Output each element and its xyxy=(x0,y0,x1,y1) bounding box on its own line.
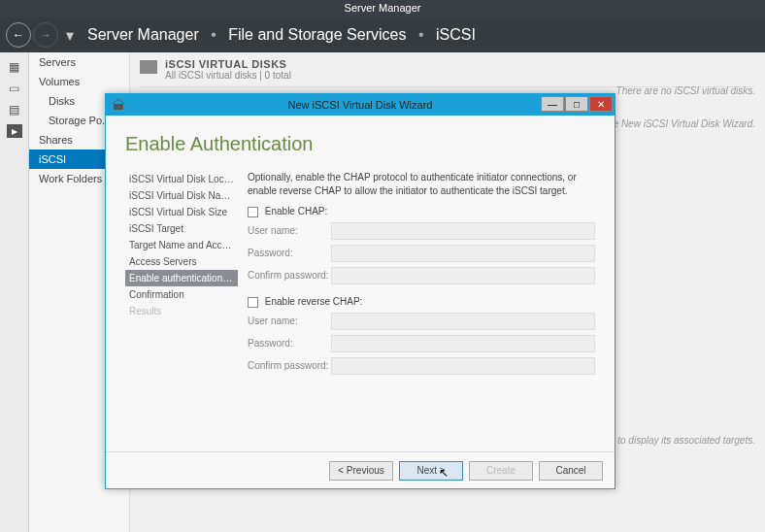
step-confirmation[interactable]: Confirmation xyxy=(125,286,238,303)
wizard-title: New iSCSI Virtual Disk Wizard xyxy=(288,99,433,111)
nav-bar: ← → ▾ Server Manager • File and Storage … xyxy=(0,17,765,52)
previous-button[interactable]: < Previous xyxy=(329,461,393,481)
svg-rect-0 xyxy=(114,104,123,110)
close-button[interactable]: ✕ xyxy=(589,96,613,112)
enable-chap-label: Enable CHAP: xyxy=(265,206,327,216)
wizard-dialog: New iSCSI Virtual Disk Wizard — □ ✕ Enab… xyxy=(105,93,615,489)
chap-confirm-label: Confirm password: xyxy=(248,270,331,281)
section-title: iSCSI VIRTUAL DISKS xyxy=(165,58,291,70)
maximize-button[interactable]: □ xyxy=(565,96,588,112)
nav-servers[interactable]: Servers xyxy=(29,52,129,72)
disk-icon xyxy=(140,60,157,74)
chap-user-label: User name: xyxy=(248,225,331,236)
step-results: Results xyxy=(125,303,238,319)
step-target-name[interactable]: Target Name and Access xyxy=(125,237,238,253)
minimize-button[interactable]: — xyxy=(541,96,564,112)
reverse-user-label: User name: xyxy=(248,316,331,326)
section-subtitle: All iSCSI virtual disks | 0 total xyxy=(165,70,291,81)
empty-hint: There are no iSCSI virtual disks. xyxy=(616,85,755,96)
reverse-user-input[interactable] xyxy=(331,313,595,330)
rail-iscsi-icon[interactable]: ▸ xyxy=(7,124,22,138)
wizard-steps: iSCSI Virtual Disk Location iSCSI Virtua… xyxy=(125,171,238,451)
wizard-heading: Enable Authentication xyxy=(125,133,595,155)
wizard-footer: < Previous Next > Create Cancel xyxy=(106,451,615,488)
step-target[interactable]: iSCSI Target xyxy=(125,220,238,237)
breadcrumb-l1[interactable]: File and Storage Services xyxy=(228,26,406,43)
rail-servers-icon[interactable]: ▭ xyxy=(7,82,22,95)
reverse-confirm-input[interactable] xyxy=(331,357,595,375)
icon-rail: ▦ ▭ ▤ ▸ xyxy=(0,52,29,532)
breadcrumb-l2[interactable]: iSCSI xyxy=(436,26,476,43)
step-name[interactable]: iSCSI Virtual Disk Name xyxy=(125,187,238,204)
rail-dashboard-icon[interactable]: ▦ xyxy=(7,60,22,74)
cancel-button[interactable]: Cancel xyxy=(539,461,603,481)
step-location[interactable]: iSCSI Virtual Disk Location xyxy=(125,171,238,187)
wizard-icon xyxy=(112,98,125,112)
enable-reverse-chap-label: Enable reverse CHAP: xyxy=(265,296,363,307)
reverse-confirm-label: Confirm password: xyxy=(248,360,331,371)
wizard-title-bar[interactable]: New iSCSI Virtual Disk Wizard — □ ✕ xyxy=(106,94,615,116)
reverse-pass-input[interactable] xyxy=(331,335,595,352)
step-size[interactable]: iSCSI Virtual Disk Size xyxy=(125,204,238,220)
dropdown-icon[interactable]: ▾ xyxy=(66,26,74,45)
forward-button: → xyxy=(33,22,58,48)
chap-pass-label: Password: xyxy=(248,248,331,258)
reverse-pass-label: Password: xyxy=(248,338,331,349)
auth-description: Optionally, enable the CHAP protocol to … xyxy=(248,171,595,198)
rail-volumes-icon[interactable]: ▤ xyxy=(7,103,22,116)
chap-confirm-input[interactable] xyxy=(331,267,595,284)
step-access-servers[interactable]: Access Servers xyxy=(125,253,238,270)
step-auth[interactable]: Enable authentication ser... xyxy=(125,270,238,286)
next-button[interactable]: Next > xyxy=(399,461,463,481)
breadcrumb: Server Manager • File and Storage Servic… xyxy=(87,26,476,44)
nav-volumes[interactable]: Volumes xyxy=(29,72,129,91)
enable-reverse-chap-checkbox[interactable] xyxy=(248,297,258,308)
wizard-content: Optionally, enable the CHAP protocol to … xyxy=(238,171,595,451)
chap-user-input[interactable] xyxy=(331,222,595,240)
app-title: Server Manager xyxy=(345,2,421,14)
enable-chap-checkbox[interactable] xyxy=(248,207,258,217)
app-title-bar: Server Manager xyxy=(0,0,765,17)
chap-pass-input[interactable] xyxy=(331,245,595,262)
breadcrumb-root[interactable]: Server Manager xyxy=(87,26,199,43)
create-button: Create xyxy=(469,461,533,481)
back-button[interactable]: ← xyxy=(6,22,31,48)
